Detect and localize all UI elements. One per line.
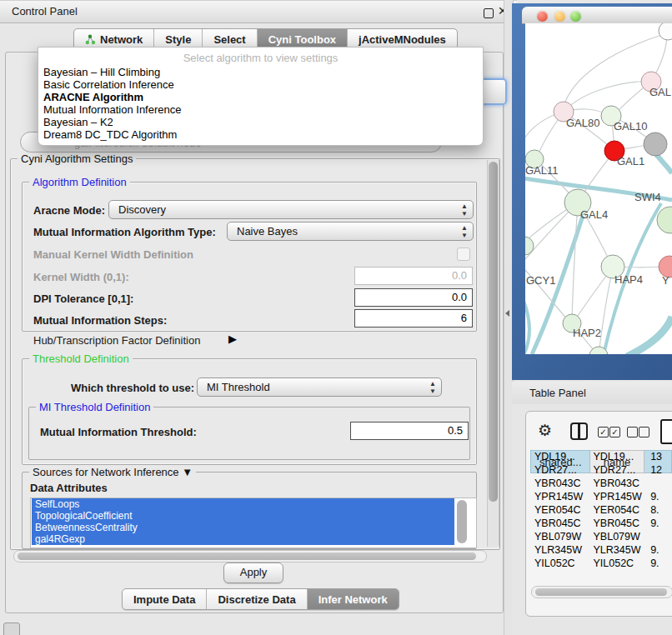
select-all-checkbox-icon[interactable]: ✓	[609, 427, 620, 438]
manual-kernel-checkbox[interactable]	[457, 248, 470, 261]
table-cell: YBR043C	[589, 477, 647, 490]
tab-label: Network	[100, 33, 143, 46]
table-cell: 9.	[646, 557, 672, 570]
table-cell: YBR043C	[530, 477, 589, 490]
mi-steps-field[interactable]: 6	[354, 309, 473, 328]
table-cell: 8.	[646, 503, 672, 517]
table-row[interactable]: YPR145WYPR145W9.	[530, 490, 672, 503]
table-row[interactable]: YIL052CYIL052C9.	[530, 557, 672, 570]
column-layout-icon[interactable]	[570, 422, 588, 440]
node-label: GAL1	[617, 155, 644, 168]
tab-label: Select	[213, 33, 245, 46]
table-row[interactable]: YER054CYER054C8.	[530, 503, 672, 517]
node-label: GAL4	[580, 208, 608, 221]
data-attribute-item[interactable]: SelfLoops	[32, 498, 454, 510]
settings-group-title: Cyni Algorithm Settings	[18, 152, 136, 165]
select-all-checkbox-icon[interactable]: ✓	[598, 427, 609, 438]
table-settings-gear-icon[interactable]: ⚙	[538, 421, 552, 440]
float-panel-icon[interactable]	[484, 8, 494, 18]
tab-label: Impute Data	[133, 593, 195, 606]
table-document-icon[interactable]	[660, 419, 672, 444]
table-horizontal-scrollbar-thumb[interactable]	[535, 588, 667, 596]
table-rows: YDL19...YDL19...13YDR27...YDR27...12YBR0…	[530, 450, 672, 585]
window-zoom-icon[interactable]	[570, 11, 581, 22]
table-horizontal-scrollbar[interactable]	[531, 586, 672, 598]
network-node-gcy1[interactable]	[525, 237, 534, 255]
table-row[interactable]: YBL079WYBL079W	[530, 530, 672, 543]
algorithm-definition-title: Algorithm Definition	[29, 176, 130, 188]
table-cell: YER054C	[589, 503, 647, 517]
stepper-arrows-icon: ▲▼	[461, 202, 468, 218]
tab-impute-data[interactable]: Impute Data	[123, 589, 207, 609]
table-cell: YBR045C	[589, 517, 647, 530]
network-node[interactable]	[659, 23, 672, 40]
network-canvas[interactable]: GALGAL80GAL10GAL1GAL11SWI4GAL4GCY1HAP4YH…	[525, 23, 672, 354]
tab-label: Style	[165, 33, 191, 46]
table-cell: 12	[646, 463, 672, 477]
table-cell: YPR145W	[589, 490, 647, 503]
kernel-width-label: Kernel Width (0,1):	[33, 271, 129, 283]
bottom-left-widget-chip[interactable]	[3, 622, 20, 635]
table-row[interactable]: YDR27...YDR27...12	[530, 463, 672, 477]
algorithm-option[interactable]: Bayesian – K2	[38, 116, 483, 128]
table-cell: YBL079W	[589, 530, 647, 543]
algorithm-option[interactable]: Bayesian – Hill Climbing	[38, 66, 483, 78]
table-cell: YDL19...	[530, 450, 589, 463]
mi-threshold-group-title: MI Threshold Definition	[36, 401, 153, 413]
aracne-mode-select[interactable]: Discovery ▲▼	[108, 200, 474, 219]
network-node-swi4[interactable]	[657, 207, 672, 233]
algorithm-dropdown-popup: Select algorithm to view settings Bayesi…	[38, 47, 484, 146]
list-scrollbar-thumb[interactable]	[457, 500, 467, 543]
mi-type-value: Naive Bayes	[237, 225, 298, 238]
dpi-tolerance-field[interactable]: 0.0	[354, 288, 473, 307]
data-attributes-list[interactable]: SelfLoopsTopologicalCoefficientBetweenne…	[30, 498, 477, 548]
node-label: Y	[662, 274, 669, 287]
mi-threshold-field[interactable]: 0.5	[350, 422, 469, 440]
node-label: GAL10	[614, 120, 647, 132]
algorithm-option[interactable]: Basic Correlation Inference	[38, 78, 483, 91]
table-row[interactable]: YLR345WYLR345W9.	[530, 543, 672, 557]
table-row[interactable]: YBR043CYBR043C	[530, 477, 672, 490]
algorithm-option[interactable]: ARACNE Algorithm	[38, 91, 483, 103]
tab-infer-network[interactable]: Infer Network	[308, 589, 399, 609]
mi-type-label: Mutual Information Algorithm Type:	[33, 226, 216, 238]
deselect-checkbox-icon[interactable]	[627, 427, 638, 438]
network-edge	[655, 153, 672, 173]
tab-label: jActiveMNodules	[359, 33, 446, 46]
table-row[interactable]: YDL19...YDL19...13	[530, 450, 672, 463]
node-label: GAL11	[525, 164, 559, 177]
sources-collapse-arrow-icon[interactable]: ▼	[182, 466, 193, 478]
hub-expand-arrow-icon[interactable]: ▶	[228, 332, 237, 345]
data-attribute-item[interactable]: gal4RGexp	[32, 533, 454, 545]
mi-type-select[interactable]: Naive Bayes ▲▼	[227, 222, 474, 241]
deselect-checkbox-icon[interactable]	[639, 427, 649, 438]
panel-title: Control Panel	[12, 5, 78, 18]
node-label: GCY1	[526, 274, 555, 287]
algorithm-option[interactable]: Dream8 DC_TDC Algorithm	[38, 128, 483, 141]
apply-button[interactable]: Apply	[223, 562, 283, 583]
data-attribute-item[interactable]: BetweennessCentrality	[32, 522, 454, 533]
kernel-width-field[interactable]: 0.0	[354, 267, 473, 285]
table-cell: YBL079W	[530, 530, 589, 543]
network-edge	[525, 288, 529, 353]
window-minimize-icon[interactable]	[554, 11, 565, 22]
table-row[interactable]: YBR045CYBR045C9.	[530, 517, 672, 530]
settings-horizontal-scrollbar-thumb[interactable]	[18, 552, 476, 560]
settings-vertical-scrollbar-thumb[interactable]	[489, 162, 498, 502]
divider-collapse-arrow-icon[interactable]	[505, 310, 509, 317]
settings-vertical-scrollbar[interactable]	[487, 160, 499, 547]
tab-label: Infer Network	[318, 593, 388, 606]
window-close-icon[interactable]	[537, 11, 548, 22]
table-cell: YDR27...	[589, 463, 647, 477]
settings-horizontal-scrollbar[interactable]	[13, 550, 487, 562]
tab-label: Discretize Data	[218, 593, 295, 606]
which-threshold-select[interactable]: MI Threshold ▲▼	[197, 378, 442, 397]
tab-discretize-data[interactable]: Discretize Data	[207, 589, 307, 609]
table-cell	[646, 477, 672, 490]
algorithm-option[interactable]: Mutual Information Inference	[38, 103, 483, 116]
table-cell: YLR345W	[530, 543, 589, 557]
node-label: SWI4	[634, 191, 661, 203]
table-cell: 13	[646, 450, 672, 463]
network-node[interactable]	[644, 132, 667, 156]
data-attribute-item[interactable]: TopologicalCoefficient	[32, 510, 454, 522]
